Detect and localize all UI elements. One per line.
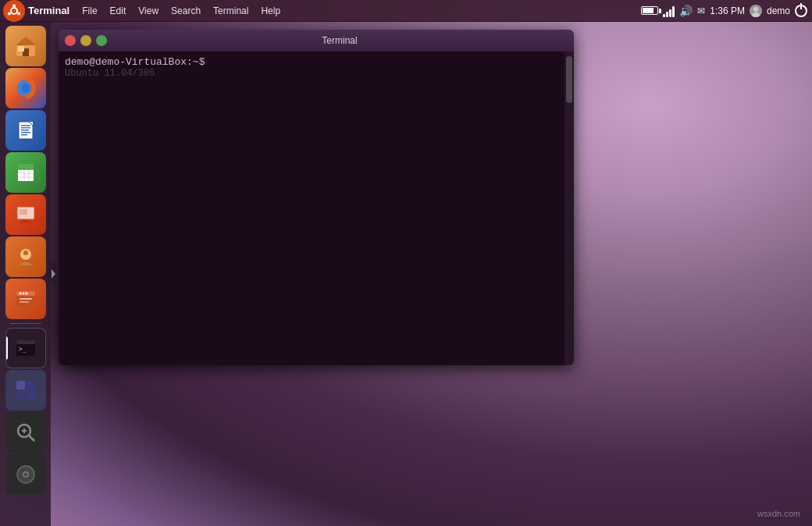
launcher-item-workspace[interactable]: [5, 370, 46, 410]
svg-rect-40: [20, 298, 32, 300]
tray-time[interactable]: 1:36 PM: [710, 5, 745, 16]
svg-point-5: [8, 12, 11, 15]
window-close-button[interactable]: [65, 35, 76, 46]
svg-rect-47: [16, 391, 25, 400]
tray-username[interactable]: demo: [767, 5, 790, 16]
launcher-item-app[interactable]: [5, 236, 46, 277]
menu-search[interactable]: Search: [165, 2, 207, 20]
svg-rect-46: [27, 381, 35, 389]
svg-point-39: [25, 293, 27, 295]
ubuntu-logo-icon[interactable]: [3, 0, 25, 22]
launcher-item-calc[interactable]: [5, 152, 46, 193]
network-icon: [663, 5, 675, 17]
svg-rect-45: [16, 381, 25, 389]
menu-help[interactable]: Help: [255, 2, 287, 20]
svg-rect-41: [20, 301, 29, 303]
watermark: wsxdn.com: [757, 509, 800, 518]
svg-point-4: [17, 12, 20, 15]
svg-rect-32: [20, 222, 31, 223]
terminal-ghost-text: Ubuntu 11.04/386: [65, 68, 558, 79]
svg-marker-59: [52, 269, 55, 279]
window-minimize-button[interactable]: [80, 35, 91, 46]
terminal-window: Terminal demo@demo-VirtualBox:~$ Ubuntu …: [59, 30, 574, 365]
volume-icon: 🔊: [679, 5, 693, 17]
svg-rect-20: [21, 134, 27, 136]
svg-point-14: [21, 84, 30, 93]
scrollbar-thumb[interactable]: [566, 56, 572, 103]
launcher-item-terminal[interactable]: >_: [5, 328, 46, 368]
svg-point-2: [12, 9, 16, 13]
svg-rect-48: [27, 391, 35, 400]
menu-file[interactable]: File: [76, 2, 103, 20]
terminal-content[interactable]: demo@demo-VirtualBox:~$ Ubuntu 11.04/386: [59, 52, 564, 365]
launcher-item-firefox[interactable]: [5, 68, 46, 108]
launcher-item-ubuntu-sc[interactable]: [5, 279, 46, 319]
launcher-item-writer[interactable]: [5, 110, 46, 151]
menubar: Terminal File Edit View Search Terminal …: [0, 0, 812, 22]
launcher: >_: [0, 22, 51, 526]
svg-text:>_: >_: [19, 346, 27, 353]
menubar-left: Terminal File Edit View Search Terminal …: [0, 0, 641, 22]
menubar-app-name: Terminal: [28, 5, 69, 16]
user-avatar-icon: [750, 5, 762, 17]
menu-view[interactable]: View: [132, 2, 165, 20]
svg-point-3: [12, 4, 16, 7]
launcher-item-home[interactable]: [5, 26, 46, 66]
launcher-collapse-arrow[interactable]: [51, 262, 57, 286]
svg-point-34: [23, 251, 28, 255]
launcher-divider: [10, 323, 41, 324]
svg-rect-16: [21, 125, 30, 126]
menu-edit[interactable]: Edit: [104, 2, 133, 20]
svg-rect-30: [20, 209, 27, 215]
svg-point-37: [19, 293, 21, 295]
battery-icon: [641, 6, 658, 15]
svg-line-50: [29, 435, 34, 441]
launcher-item-disk[interactable]: [5, 454, 46, 495]
email-icon: ✉: [697, 5, 705, 16]
svg-rect-18: [21, 130, 29, 131]
terminal-window-title: Terminal: [112, 35, 568, 46]
svg-rect-43: [16, 340, 35, 344]
terminal-body[interactable]: demo@demo-VirtualBox:~$ Ubuntu 11.04/386: [59, 52, 574, 365]
menubar-right: 🔊 ✉ 1:36 PM demo: [641, 5, 812, 17]
svg-marker-10: [16, 37, 36, 45]
launcher-item-impress[interactable]: [5, 194, 46, 235]
desktop: Terminal File Edit View Search Terminal …: [0, 0, 812, 526]
window-maximize-button[interactable]: [96, 35, 107, 46]
menu-terminal[interactable]: Terminal: [207, 2, 255, 20]
power-icon[interactable]: [795, 5, 807, 17]
svg-rect-22: [18, 164, 34, 169]
svg-rect-17: [21, 127, 30, 129]
svg-point-38: [22, 293, 24, 295]
terminal-prompt: demo@demo-VirtualBox:~$: [65, 56, 558, 68]
terminal-scrollbar[interactable]: [564, 52, 574, 365]
launcher-item-zoom[interactable]: [5, 412, 46, 453]
svg-rect-12: [18, 46, 24, 52]
terminal-titlebar: Terminal: [59, 30, 574, 52]
svg-rect-19: [21, 132, 30, 133]
svg-point-7: [753, 7, 758, 12]
